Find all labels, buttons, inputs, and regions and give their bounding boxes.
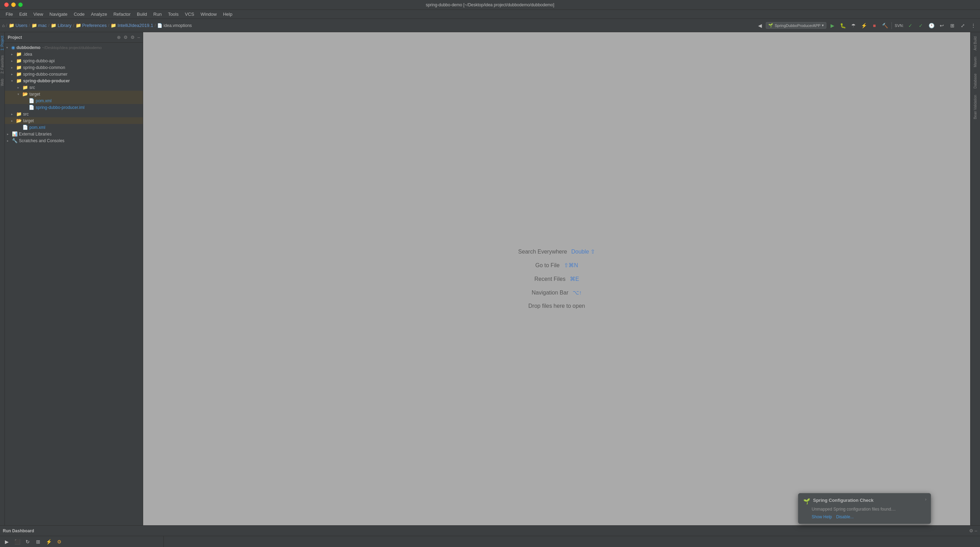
srcroot-arrow: ▸ — [11, 112, 16, 116]
tree-src-root[interactable]: ▸ 📁 src — [5, 111, 143, 117]
tree-iml[interactable]: 📄 spring-dubbo-producer.iml — [5, 104, 143, 111]
notification-popup: 🌱 Spring Configuration Check Unmapped Sp… — [798, 493, 931, 524]
menu-edit[interactable]: Edit — [16, 11, 30, 18]
run-stop-all-button[interactable]: ⬛ — [13, 537, 22, 546]
toolbar-right: ◀ 🌱 SpringDubboProducerAPP ▾ ▶ 🐛 ☂ ⚡ ■ 🔨… — [755, 21, 978, 30]
producer-arrow: ▾ — [11, 79, 16, 83]
project-panel-header: Project ⊕ ⚙ ⚙ – — [5, 32, 143, 43]
targetroot-folder-icon: 📂 — [16, 118, 22, 123]
menu-window[interactable]: Window — [198, 11, 220, 18]
psrc-arrow: ▸ — [18, 86, 22, 89]
breadcrumb-library[interactable]: 📁 Library — [51, 23, 72, 28]
menu-tools[interactable]: Tools — [165, 11, 181, 18]
stop-button[interactable]: ■ — [870, 21, 879, 30]
project-gear-button[interactable]: ⚙ — [130, 35, 135, 40]
tree-producer-src[interactable]: ▸ 📁 src — [5, 84, 143, 91]
disable-link[interactable]: Disable... — [836, 514, 854, 519]
coverage-button[interactable]: ☂ — [849, 21, 858, 30]
right-tab-ant[interactable]: Ant Build — [973, 33, 978, 53]
tree-root[interactable]: ▾ ◉ dubbodemo ~/Desktop/idea project/dub… — [5, 44, 143, 51]
menu-refactor[interactable]: Refactor — [111, 11, 134, 18]
menu-view[interactable]: View — [30, 11, 46, 18]
expand-button[interactable]: ⤢ — [958, 21, 967, 30]
breadcrumb-users[interactable]: 📁 Users — [9, 23, 28, 28]
tree-pom1[interactable]: 📄 pom.xml — [5, 97, 143, 104]
tree-producer[interactable]: ▾ 📁 spring-dubbo-producer — [5, 77, 143, 84]
run-group-button[interactable]: ⊞ — [33, 537, 43, 546]
idea-arrow: ▸ — [11, 53, 16, 56]
project-settings-button[interactable]: ⚙ — [124, 35, 128, 40]
hint-goto-label: Go to File — [536, 262, 560, 269]
svn-update[interactable]: ✓ — [906, 21, 915, 30]
project-close-button[interactable]: – — [138, 35, 140, 40]
run-restart-button[interactable]: ↻ — [23, 537, 32, 546]
tree-common[interactable]: ▸ 📁 spring-dubbo-common — [5, 64, 143, 71]
tree-consumer[interactable]: ▸ 📁 spring-dubbo-consumer — [5, 71, 143, 77]
tree-pom2[interactable]: 📄 pom.xml — [5, 124, 143, 131]
menu-run[interactable]: Run — [151, 11, 164, 18]
right-tab-maven[interactable]: Maven — [973, 54, 978, 70]
back-button[interactable]: ◀ — [755, 21, 764, 30]
run-debug-icon2[interactable]: ⚙ — [55, 537, 64, 546]
debug-button[interactable]: 🐛 — [838, 21, 847, 30]
run-dashboard-settings[interactable]: ⚙ — [969, 528, 974, 533]
minimize-button[interactable] — [11, 2, 16, 7]
right-tab-database[interactable]: Database — [973, 71, 978, 91]
notif-actions: Show Help Disable... — [811, 514, 926, 519]
menu-navigate[interactable]: Navigate — [46, 11, 70, 18]
tree-target-root[interactable]: ▸ 📂 target — [5, 117, 143, 124]
close-button[interactable] — [4, 2, 9, 7]
svn-history[interactable]: 🕐 — [927, 21, 936, 30]
run-button[interactable]: ▶ — [828, 21, 837, 30]
sidebar-tab-web[interactable]: Web — [0, 77, 5, 88]
menu-help[interactable]: Help — [220, 11, 235, 18]
run-config-dropdown[interactable]: 🌱 SpringDubboProducerAPP ▾ — [766, 22, 826, 29]
hint-search-label: Search Everywhere — [519, 249, 567, 255]
menu-vcs[interactable]: VCS — [182, 11, 197, 18]
iml-label: spring-dubbo-producer.iml — [36, 105, 84, 110]
right-tab-bean[interactable]: Bean Validation — [973, 92, 978, 122]
tree-idea[interactable]: ▸ 📁 .idea — [5, 51, 143, 57]
menu-build[interactable]: Build — [134, 11, 150, 18]
project-scope-button[interactable]: ⊕ — [117, 35, 121, 40]
tree-api[interactable]: ▸ 📁 spring-dubbo-api — [5, 57, 143, 64]
scratches-arrow: ▸ — [7, 139, 12, 142]
consumer-arrow: ▸ — [11, 72, 16, 76]
breadcrumb-vmoptions[interactable]: 📄 idea.vmoptions — [157, 23, 192, 28]
run-filter-button[interactable]: ⚡ — [44, 537, 53, 546]
menu-bar: File Edit View Navigate Code Analyze Ref… — [0, 10, 980, 19]
menu-file[interactable]: File — [3, 11, 16, 18]
breadcrumb-preferences[interactable]: 📁 Preferences — [76, 23, 107, 28]
settings-button[interactable]: ⋮ — [969, 21, 978, 30]
menu-code[interactable]: Code — [71, 11, 88, 18]
breadcrumb-mac[interactable]: 📁 mac — [32, 23, 47, 28]
build-button[interactable]: 🔨 — [880, 21, 889, 30]
run-config-label: SpringDubboProducerAPP — [775, 24, 820, 28]
run-dashboard-close[interactable]: – — [975, 528, 977, 533]
run-dashboard-content: ▶ ⬛ ↻ ⊞ ⚡ ⚙ ▾ 🌱 Spring Boot ▾ ⚙ Configur — [0, 536, 980, 547]
srcroot-label: src — [23, 112, 29, 116]
maximize-button[interactable] — [18, 2, 23, 7]
tree-ext-libs[interactable]: ▸ 📊 External Libraries — [5, 131, 143, 137]
breadcrumb-intellij[interactable]: 📁 IntelliJIdea2019.1 — [111, 23, 153, 28]
show-help-link[interactable]: Show Help — [811, 514, 832, 519]
project-view-button[interactable]: ⊞ — [948, 21, 957, 30]
tree-producer-target[interactable]: ▾ 📂 target — [5, 91, 143, 97]
notif-expand-icon[interactable]: › — [925, 497, 926, 502]
common-arrow: ▸ — [11, 66, 16, 69]
run-play-button[interactable]: ▶ — [2, 537, 11, 546]
run-dashboard-icons: ⚙ – — [969, 528, 977, 533]
breadcrumb-home[interactable]: ⌂ — [2, 23, 5, 28]
notif-spring-icon: 🌱 — [803, 498, 810, 505]
sidebar-tab-2-favorites[interactable]: 2: Favorites — [0, 53, 5, 76]
tree-scratches[interactable]: ▸ 🔧 Scratches and Consoles — [5, 137, 143, 144]
breadcrumb: ⌂ / 📁 Users / 📁 mac / 📁 Library / 📁 Pref… — [2, 23, 755, 28]
sidebar-tab-1-project[interactable]: 1: Project — [0, 33, 5, 53]
ptarget-folder-icon: 📂 — [22, 91, 28, 97]
bottom-panel: Run Dashboard ⚙ – ▶ ⬛ ↻ ⊞ ⚡ ⚙ ▾ 🌱 Spring… — [0, 525, 980, 547]
menu-analyze[interactable]: Analyze — [88, 11, 110, 18]
profile-button[interactable]: ⚡ — [859, 21, 869, 30]
svn-commit[interactable]: ✓ — [916, 21, 925, 30]
root-label: dubbodemo — [16, 45, 41, 50]
svn-revert[interactable]: ↩ — [937, 21, 947, 30]
